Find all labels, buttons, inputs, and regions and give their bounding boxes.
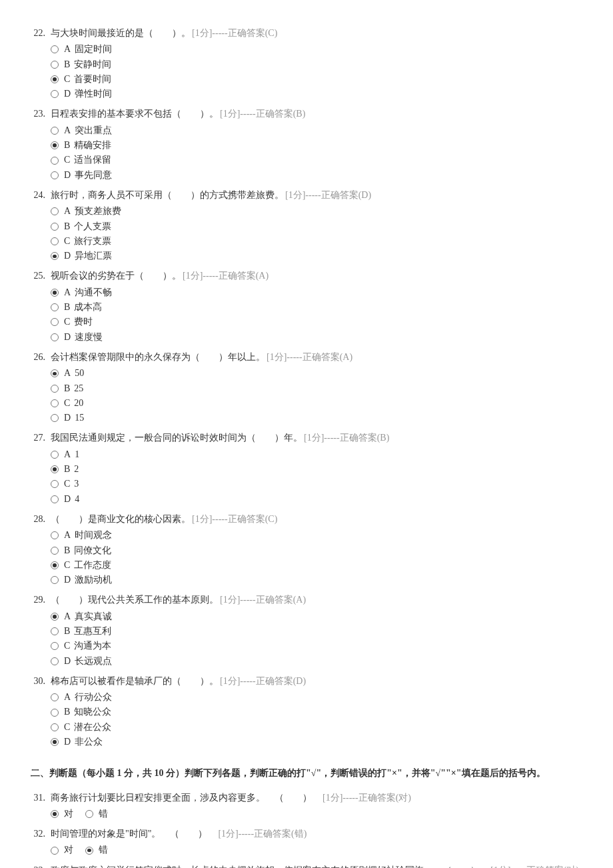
option-text: 25 bbox=[74, 382, 83, 395]
option-C[interactable]: C潜在公众 bbox=[51, 721, 582, 734]
option-C[interactable]: C沟通为本 bbox=[51, 639, 582, 653]
option-text: 长远观点 bbox=[75, 655, 112, 668]
option-A[interactable]: A沟通不畅 bbox=[51, 286, 582, 299]
option-C[interactable]: C工作态度 bbox=[51, 559, 582, 572]
option-B[interactable]: B25 bbox=[51, 382, 582, 395]
radio-icon bbox=[51, 333, 59, 341]
question-28: 28.（ ）是商业文化的核心因素。[1分]-----正确答案(C)A时间观念B同… bbox=[31, 513, 582, 587]
option-letter: C bbox=[64, 315, 70, 329]
option-B[interactable]: B个人支票 bbox=[51, 220, 582, 233]
tf-option-t[interactable]: 对 bbox=[51, 843, 73, 857]
radio-icon bbox=[51, 738, 59, 746]
tf-option-label: 对 bbox=[64, 807, 73, 821]
option-D[interactable]: D15 bbox=[51, 411, 582, 425]
option-letter: C bbox=[64, 639, 70, 653]
option-B[interactable]: B2 bbox=[51, 463, 582, 476]
option-D[interactable]: D异地汇票 bbox=[51, 249, 582, 263]
option-A[interactable]: A固定时间 bbox=[51, 43, 582, 56]
question-stem: （ ）是商业文化的核心因素。 bbox=[51, 514, 191, 524]
question-number: 26. bbox=[31, 351, 51, 364]
option-C[interactable]: C适当保留 bbox=[51, 153, 582, 167]
option-C[interactable]: C旅行支票 bbox=[51, 235, 582, 248]
option-letter: C bbox=[64, 73, 70, 86]
option-letter: A bbox=[64, 691, 71, 704]
tf-option-t[interactable]: 对 bbox=[51, 807, 73, 821]
option-text: 行动公众 bbox=[75, 691, 112, 704]
option-C[interactable]: C3 bbox=[51, 477, 582, 491]
question-stem: 我国民法通则规定，一般合同的诉讼时效时间为（ ）年。 bbox=[51, 433, 303, 443]
option-letter: D bbox=[64, 655, 71, 668]
option-A[interactable]: A1 bbox=[51, 448, 582, 461]
option-text: 工作态度 bbox=[74, 559, 111, 572]
option-text: 个人支票 bbox=[74, 220, 111, 233]
option-B[interactable]: B互惠互利 bbox=[51, 625, 582, 638]
option-text: 适当保留 bbox=[74, 153, 111, 167]
option-A[interactable]: A真实真诚 bbox=[51, 610, 582, 623]
option-D[interactable]: D弹性时间 bbox=[51, 87, 582, 101]
option-B[interactable]: B知晓公众 bbox=[51, 705, 582, 719]
option-D[interactable]: D速度慢 bbox=[51, 331, 582, 344]
question-stem: 会计档案保管期限中的永久保存为（ ）年以上。 bbox=[51, 352, 265, 362]
option-A[interactable]: A50 bbox=[51, 367, 582, 380]
tf-option-label: 错 bbox=[99, 843, 108, 857]
option-letter: D bbox=[64, 735, 71, 749]
option-A[interactable]: A行动公众 bbox=[51, 691, 582, 704]
radio-icon bbox=[51, 61, 59, 69]
option-D[interactable]: D4 bbox=[51, 493, 582, 506]
option-text: 沟通为本 bbox=[74, 639, 111, 653]
option-letter: A bbox=[64, 448, 71, 461]
radio-icon bbox=[51, 237, 59, 245]
option-A[interactable]: A预支差旅费 bbox=[51, 205, 582, 218]
option-text: 互惠互利 bbox=[74, 625, 111, 638]
option-B[interactable]: B同僚文化 bbox=[51, 544, 582, 557]
option-D[interactable]: D长远观点 bbox=[51, 655, 582, 668]
question-stem: 日程表安排的基本要求不包括（ ）。 bbox=[51, 109, 219, 119]
option-C[interactable]: C费时 bbox=[51, 315, 582, 329]
tf-option-f[interactable]: 错 bbox=[85, 843, 108, 857]
question-score: [1分]-----正确答案(D) bbox=[285, 190, 371, 200]
radio-icon bbox=[51, 141, 59, 149]
option-letter: B bbox=[64, 625, 70, 638]
option-letter: B bbox=[64, 301, 70, 314]
radio-icon bbox=[51, 693, 59, 701]
tf-question-33: 33.政府与政府之间举行签字仪式时，长桌的中央摆放旗帜，依据客右主左的原则摆好袖… bbox=[31, 864, 582, 868]
option-D[interactable]: D非公众 bbox=[51, 735, 582, 749]
question-number: 30. bbox=[31, 675, 51, 688]
option-letter: D bbox=[64, 169, 71, 182]
radio-icon bbox=[51, 723, 59, 731]
option-D[interactable]: D事先同意 bbox=[51, 169, 582, 182]
option-text: 费时 bbox=[74, 315, 93, 329]
option-text: 沟通不畅 bbox=[75, 286, 112, 299]
question-number: 32. bbox=[31, 827, 51, 841]
question-stem: 视听会议的劣势在于（ ）。 bbox=[51, 271, 181, 281]
question-25: 25.视听会议的劣势在于（ ）。[1分]-----正确答案(A)A沟通不畅B成本… bbox=[31, 269, 582, 343]
option-B[interactable]: B安静时间 bbox=[51, 58, 582, 71]
radio-icon bbox=[51, 75, 59, 83]
option-C[interactable]: C20 bbox=[51, 397, 582, 410]
radio-icon bbox=[51, 561, 59, 569]
question-score: [1分]-----正确答案(C) bbox=[192, 28, 277, 38]
question-number: 33. bbox=[31, 864, 51, 868]
question-27: 27.我国民法通则规定，一般合同的诉讼时效时间为（ ）年。[1分]-----正确… bbox=[31, 431, 582, 505]
option-text: 潜在公众 bbox=[74, 721, 111, 734]
tf-option-f[interactable]: 错 bbox=[85, 807, 108, 821]
radio-icon bbox=[51, 627, 59, 635]
radio-icon bbox=[51, 451, 59, 459]
radio-icon bbox=[51, 223, 59, 231]
option-C[interactable]: C首要时间 bbox=[51, 73, 582, 86]
option-B[interactable]: B精确安排 bbox=[51, 139, 582, 152]
option-letter: C bbox=[64, 153, 70, 167]
option-A[interactable]: A突出重点 bbox=[51, 124, 582, 137]
question-number: 31. bbox=[31, 791, 51, 805]
option-text: 20 bbox=[74, 397, 83, 410]
option-text: 固定时间 bbox=[75, 43, 112, 56]
option-A[interactable]: A时间观念 bbox=[51, 529, 582, 542]
option-letter: B bbox=[64, 544, 70, 557]
question-score: [1分]-----正确答案(错) bbox=[218, 829, 306, 839]
option-B[interactable]: B成本高 bbox=[51, 301, 582, 314]
option-text: 突出重点 bbox=[75, 124, 112, 137]
question-score: [1分]-----正确答案(C) bbox=[192, 514, 277, 524]
question-score: [1分]-----正确答案(D) bbox=[220, 676, 306, 686]
option-D[interactable]: D激励动机 bbox=[51, 573, 582, 587]
option-letter: C bbox=[64, 559, 70, 572]
